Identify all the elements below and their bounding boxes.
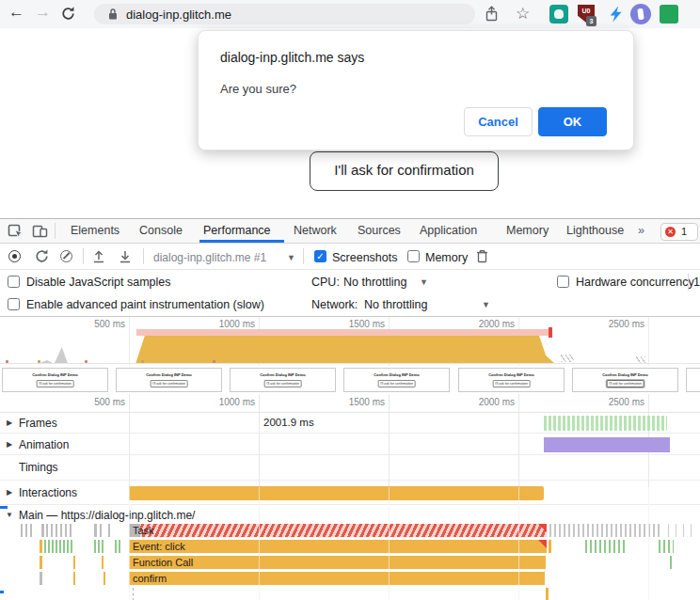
lock-icon bbox=[107, 8, 119, 24]
flame-confirm-bar[interactable]: confirm bbox=[129, 572, 545, 585]
hardware-concurrency-checkbox[interactable] bbox=[557, 276, 569, 288]
paint-instrumentation-label: Enable advanced paint instrumentation (s… bbox=[26, 298, 264, 311]
cpu-throttling-select[interactable]: No throttling bbox=[343, 276, 406, 289]
back-icon[interactable]: ← bbox=[8, 3, 24, 22]
inspect-element-icon[interactable] bbox=[8, 224, 24, 242]
activity-ticks bbox=[549, 524, 662, 537]
reload-icon[interactable] bbox=[60, 6, 76, 25]
cpu-select-arrow[interactable]: ▼ bbox=[420, 277, 428, 287]
load-profile-icon[interactable] bbox=[92, 249, 105, 266]
tab-lighthouse[interactable]: Lighthouse bbox=[566, 224, 624, 237]
ruler-tick: 2000 ms bbox=[479, 397, 515, 407]
share-icon[interactable] bbox=[485, 6, 499, 26]
more-tabs-icon[interactable]: » bbox=[638, 224, 644, 237]
tab-memory[interactable]: Memory bbox=[506, 224, 549, 237]
tab-application[interactable]: Application bbox=[420, 224, 477, 237]
activity-ticks bbox=[668, 524, 696, 537]
animation-track-label: Animation bbox=[19, 438, 69, 451]
forward-icon[interactable]: → bbox=[35, 3, 51, 22]
filmstrip-thumbnail[interactable]: Confirm Dialog INP Demo I'll ask for con… bbox=[116, 368, 222, 392]
page-confirm-button[interactable]: I'll ask for confirmation bbox=[310, 151, 499, 191]
tab-network[interactable]: Network bbox=[294, 224, 337, 237]
activity-ticks bbox=[585, 540, 625, 553]
animation-expander-icon[interactable]: ▶ bbox=[7, 440, 12, 449]
overview-tick: 2000 ms bbox=[479, 319, 515, 329]
flame-row-event: Event: click bbox=[0, 540, 700, 553]
frames-bar[interactable] bbox=[544, 416, 667, 431]
screenshots-checkbox[interactable]: ✓ bbox=[314, 250, 326, 262]
tab-sources[interactable]: Sources bbox=[358, 224, 401, 237]
network-throttling-select[interactable]: No throttling bbox=[364, 298, 427, 311]
error-badge[interactable]: ✕ 1 bbox=[660, 223, 698, 241]
extension-icon-teal[interactable] bbox=[549, 5, 568, 24]
device-toolbar-icon[interactable] bbox=[32, 224, 48, 242]
dialog-message: Are you sure? bbox=[220, 82, 296, 96]
flame-function-call-bar[interactable]: Function Call bbox=[129, 556, 546, 569]
extension-icon-ublock[interactable]: U0 3 bbox=[578, 5, 595, 24]
interactions-track-label: Interactions bbox=[19, 486, 77, 499]
track-accent bbox=[0, 506, 8, 509]
animation-bar[interactable] bbox=[544, 437, 670, 452]
frame-duration-label: 2001.9 ms bbox=[263, 417, 314, 428]
history-dropdown-arrow[interactable]: ▼ bbox=[287, 253, 295, 262]
hardware-concurrency-label: Hardware concurrency bbox=[576, 276, 694, 289]
extension-badge: 3 bbox=[586, 16, 597, 26]
flame-task-bar[interactable]: Task bbox=[129, 524, 547, 537]
animation-track: ▶ Animation bbox=[0, 434, 700, 455]
interaction-bar[interactable] bbox=[129, 486, 544, 500]
long-task-marker bbox=[538, 524, 547, 532]
flame-confirm-label: confirm bbox=[133, 572, 167, 585]
frames-track: ▶ Frames 2001.9 ms bbox=[0, 412, 700, 434]
clear-icon[interactable] bbox=[60, 250, 72, 262]
flame-event-label: Event: click bbox=[133, 540, 185, 553]
filmstrip-thumbnail[interactable]: Confirm Dialog INP Demo I'll ask for con… bbox=[343, 368, 450, 392]
flame-event-bar[interactable]: Event: click bbox=[129, 540, 547, 553]
overview-network-band bbox=[136, 329, 550, 336]
disable-js-label: Disable JavaScript samples bbox=[26, 276, 171, 289]
extension-icon-flash[interactable] bbox=[607, 5, 625, 27]
tab-console[interactable]: Console bbox=[139, 224, 183, 237]
overview-tick: 1000 ms bbox=[219, 319, 255, 329]
paint-instrumentation-checkbox[interactable] bbox=[8, 298, 20, 310]
history-dropdown[interactable]: dialog-inp.glitch.me #1 bbox=[153, 251, 266, 264]
flame-row-function-call: Function Call bbox=[0, 556, 700, 569]
timings-track: Timings bbox=[0, 455, 700, 481]
save-profile-icon[interactable] bbox=[119, 249, 132, 266]
interactions-expander-icon[interactable]: ▶ bbox=[7, 488, 12, 497]
trash-icon[interactable] bbox=[476, 249, 488, 266]
frames-track-label: Frames bbox=[19, 417, 57, 430]
url-bar[interactable]: dialog-inp.glitch.me bbox=[94, 4, 475, 24]
profile-avatar[interactable] bbox=[660, 5, 678, 24]
memory-checkbox[interactable] bbox=[407, 250, 420, 262]
ok-button[interactable]: OK bbox=[538, 107, 607, 136]
overview-cpu-spike bbox=[38, 347, 81, 364]
flame-row-task: Task bbox=[0, 524, 700, 537]
filmstrip-thumbnail[interactable]: Confirm Dialog INP Demo I'll ask for con… bbox=[572, 368, 678, 392]
capture-settings: Disable JavaScript samples CPU: No throt… bbox=[0, 270, 700, 317]
disable-js-checkbox[interactable] bbox=[8, 276, 20, 288]
tab-elements[interactable]: Elements bbox=[71, 224, 119, 237]
extension-icon-indigo[interactable] bbox=[630, 4, 651, 24]
devtools-tabbar: Elements Console Performance Network Sou… bbox=[0, 219, 700, 244]
network-select-arrow[interactable]: ▼ bbox=[482, 300, 490, 309]
record-icon[interactable] bbox=[8, 250, 21, 262]
overview-tick: 500 ms bbox=[94, 319, 125, 329]
filmstrip-thumbnail[interactable] bbox=[686, 368, 700, 392]
frames-expander-icon[interactable]: ▶ bbox=[7, 418, 12, 427]
flame-row-bottom bbox=[0, 588, 700, 600]
tab-performance[interactable]: Performance bbox=[203, 224, 271, 237]
screen: ← → dialog-inp.glitch.me ☆ U0 3 bbox=[0, 0, 700, 600]
timeline-overview[interactable]: 500 ms 1000 ms 1500 ms 2000 ms 2500 ms bbox=[0, 317, 700, 367]
devtools-panel: Elements Console Performance Network Sou… bbox=[0, 218, 700, 600]
main-expander-icon[interactable]: ▼ bbox=[6, 511, 13, 519]
bookmark-star-icon[interactable]: ☆ bbox=[516, 4, 530, 24]
reload-and-record-icon[interactable] bbox=[34, 248, 50, 267]
overview-hatch bbox=[561, 355, 574, 362]
filmstrip-thumbnail[interactable]: Confirm Dialog INP Demo I'll ask for con… bbox=[458, 368, 565, 392]
filmstrip-thumbnail[interactable]: Confirm Dialog INP Demo I'll ask for con… bbox=[2, 368, 108, 392]
filmstrip-thumbnail[interactable]: Confirm Dialog INP Demo I'll ask for con… bbox=[230, 368, 336, 392]
overview-cpu-activity bbox=[135, 336, 555, 364]
cancel-button[interactable]: Cancel bbox=[464, 107, 533, 136]
hardware-concurrency-value[interactable]: 1 bbox=[693, 276, 700, 289]
url-text: dialog-inp.glitch.me bbox=[126, 8, 231, 22]
